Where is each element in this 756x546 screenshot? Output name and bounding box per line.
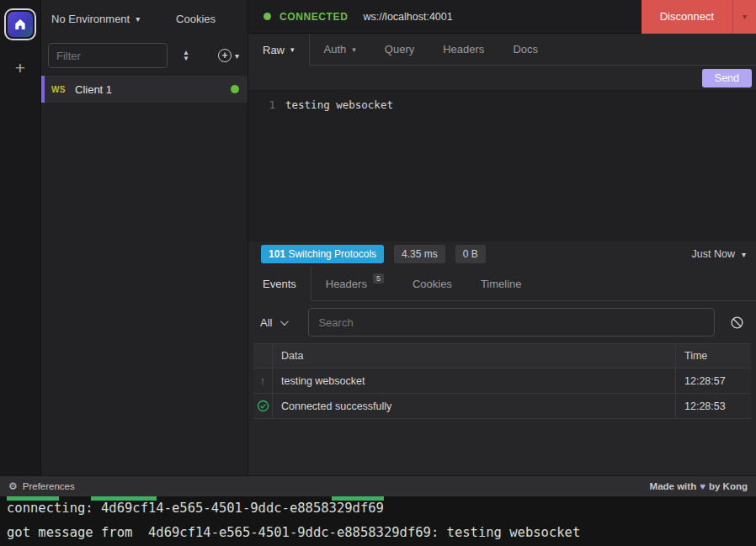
tab-auth-label: Auth [324,43,347,56]
connection-status-dot [231,85,239,93]
sort-down-glyph: ▼ [183,56,189,61]
tab-headers-label: Headers [326,278,367,290]
clipped-text-fragment [332,496,384,501]
table-row[interactable]: ↑ testing websocket 12:28:57 [253,368,751,394]
create-request-button[interactable]: + ▾ [218,49,239,62]
tab-timeline[interactable]: Timeline [466,267,536,300]
url-bar: CONNECTED ws://localhost:4001 Disconnect… [248,0,756,34]
status-code: 101 [269,248,285,260]
sidebar-filter-row: ▲ ▼ + ▾ [41,37,248,74]
sort-icon[interactable]: ▲ ▼ [183,50,189,61]
request-name: Client 1 [75,83,112,96]
insomnia-app: + No Environment ▾ Cookies ▲ ▼ + ▾ [0,0,756,546]
disconnect-button[interactable]: Disconnect [642,0,732,34]
chevron-down-icon: ▾ [136,14,140,24]
preferences-button[interactable]: ⚙ Preferences [8,480,75,492]
credit-prefix: Made with [650,481,697,491]
tab-headers[interactable]: Headers [429,34,498,65]
terminal-clipped-line [7,496,756,501]
new-project-button[interactable]: + [15,59,25,77]
headers-count-badge: 5 [373,273,384,284]
gear-icon: ⚙ [8,480,18,492]
clear-filter-icon[interactable] [730,315,744,330]
environment-label: No Environment [51,13,130,25]
recency-label: Just Now [692,248,735,260]
tab-raw[interactable]: Raw ▾ [248,34,310,66]
events-filter-row: All [248,301,756,343]
status-badge: 101 Switching Protocols [261,245,384,263]
events-table-header: Data Time [253,343,751,368]
response-history-dropdown[interactable]: Just Now ▾ [692,248,746,260]
connection-status-label: CONNECTED [280,11,348,23]
request-item-client1[interactable]: WS Client 1 [41,76,248,103]
sidebar-header: No Environment ▾ Cookies [41,0,248,37]
chevron-down-icon: ▾ [235,51,239,61]
events-search-input[interactable] [308,308,715,337]
chevron-down-icon: ▾ [290,45,295,54]
response-tabs: Events Headers 5 Cookies Timeline [248,267,756,301]
response-meta-bar: 101 Switching Protocols 4.35 ms 0 B Just… [248,241,756,267]
preferences-label: Preferences [23,481,75,491]
terminal-output: connecting: 4d69cf14-e565-4501-9ddc-e885… [0,496,756,546]
clipped-text-fragment [91,496,157,501]
chevron-down-icon: ▾ [743,12,747,21]
send-row: Send [248,66,756,91]
sidebar: No Environment ▾ Cookies ▲ ▼ + ▾ WS [41,0,248,475]
size-badge: 0 B [455,245,486,263]
data-column-header: Data [273,344,676,368]
send-button[interactable]: Send [702,69,752,87]
event-type-value: All [260,316,272,329]
connected-check-icon [253,394,273,418]
disconnect-split-button: Disconnect ▾ [642,0,756,34]
sent-arrow-up-icon: ↑ [253,368,273,393]
request-tabs: Raw ▾ Auth ▾ Query Headers Docs [248,34,756,66]
event-type-select[interactable]: All [260,316,290,329]
event-time: 12:28:53 [676,394,751,418]
icon-column-header [253,344,273,368]
arrow-up-glyph: ↑ [260,374,266,387]
event-time: 12:28:57 [676,368,751,393]
clipped-text-fragment [7,496,59,501]
status-text: Switching Protocols [288,248,376,260]
chevron-down-icon [280,317,289,326]
tab-docs[interactable]: Docs [498,34,552,65]
table-row[interactable]: Connected successfully 12:28:53 [253,394,751,419]
main-area: + No Environment ▾ Cookies ▲ ▼ + ▾ [0,0,756,475]
home-button[interactable] [4,8,36,40]
cookies-button[interactable]: Cookies [176,13,216,25]
events-empty-space [248,419,756,475]
connected-dot-icon [264,13,271,20]
time-badge: 4.35 ms [394,245,445,263]
editor-line-number: 1 [248,98,285,241]
tab-response-headers[interactable]: Headers 5 [311,267,398,300]
chevron-down-icon: ▾ [352,45,356,54]
terminal-line: got message from 4d69cf14-e565-4501-9ddc… [7,521,756,545]
time-column-header: Time [676,344,751,368]
plus-circle-icon: + [218,49,232,62]
tab-raw-label: Raw [263,44,285,56]
events-table: Data Time ↑ testing websocket 12:28:57 C… [253,343,751,419]
request-list: WS Client 1 [41,76,248,103]
message-editor[interactable]: 1 testing websocket [248,91,756,241]
event-data: Connected successfully [273,394,676,418]
editor-line-text: testing websocket [285,98,393,241]
status-footer: ⚙ Preferences Made with ♥ by Kong [0,475,756,496]
tab-auth[interactable]: Auth ▾ [310,34,370,65]
event-data: testing websocket [273,368,676,393]
heart-icon: ♥ [700,481,705,491]
credit-suffix: by Kong [709,481,748,491]
tab-response-cookies[interactable]: Cookies [398,267,466,300]
request-response-panel: CONNECTED ws://localhost:4001 Disconnect… [248,0,756,475]
home-icon [8,12,33,37]
chevron-down-icon: ▾ [742,250,746,259]
kong-credit: Made with ♥ by Kong [650,481,748,491]
app-rail: + [0,0,41,475]
websocket-url[interactable]: ws://localhost:4001 [363,11,641,23]
disconnect-menu-button[interactable]: ▾ [732,0,756,34]
environment-selector[interactable]: No Environment ▾ [51,13,140,25]
filter-input[interactable] [48,43,168,68]
tab-events[interactable]: Events [248,267,311,301]
ws-method-badge: WS [51,85,75,94]
tab-query[interactable]: Query [370,34,429,65]
